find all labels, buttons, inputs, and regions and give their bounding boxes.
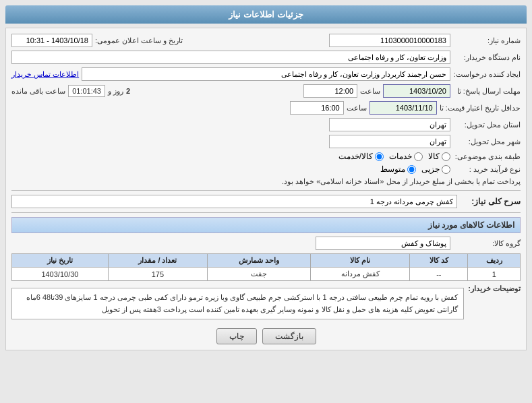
content-area: شماره نیاز: تاریخ و ساعت اعلان عمومی: نا… xyxy=(5,28,527,350)
radio-motavaset-label: متوسط xyxy=(380,164,405,174)
rooz-value: 2 xyxy=(126,87,130,95)
nam-dastgah-label: نام دستگاه خریدار: xyxy=(453,53,521,62)
kala-table: ردیف کد کالا نام کالا واحد شمارش تعداد /… xyxy=(11,253,521,281)
mohlat-row: مهلت ارسال پاسخ: تا ساعت 2 روز و 01:01:4… xyxy=(11,84,521,98)
mohlat-time-input[interactable] xyxy=(303,84,357,98)
radio-khadamat[interactable] xyxy=(414,152,423,161)
radio-kala-item[interactable]: کالا xyxy=(428,152,450,161)
hadaqal-row: حداقل تاریخ اعتبار قیمت: تا ساعت xyxy=(11,101,521,115)
col-radif: ردیف xyxy=(468,254,521,268)
radio-jozi-item[interactable]: جزیی xyxy=(421,164,450,174)
print-button[interactable]: چاپ xyxy=(216,328,257,344)
table-row: 1 -- کفش مردانه جفت 175 1403/10/30 xyxy=(12,268,521,281)
separator-1 xyxy=(11,190,521,191)
nam-dastgah-row: نام دستگاه خریدار: xyxy=(11,51,521,64)
radio-motavaset-item[interactable]: متوسط xyxy=(380,164,416,174)
tarikh-input[interactable] xyxy=(11,34,92,47)
cell-tarikh: 1403/10/30 xyxy=(12,268,109,281)
table-header-row: ردیف کد کالا نام کالا واحد شمارش تعداد /… xyxy=(12,254,521,268)
nam-dastgah-input[interactable] xyxy=(11,51,450,64)
tabaqe-label: طبقه بندی موضوعی: xyxy=(453,152,521,161)
description-row: توضیحات خریدار: کفش با رویه تمام چرم طبی… xyxy=(11,284,521,323)
kala-table-container: ردیف کد کالا نام کالا واحد شمارش تعداد /… xyxy=(11,253,521,281)
hadaqal-label: حداقل تاریخ اعتبار قیمت: تا xyxy=(440,104,521,113)
shomara-niaz-label: شماره نیاز: xyxy=(453,36,521,45)
radio-jozi[interactable] xyxy=(442,165,450,174)
tabaqe-row: طبقه بندی موضوعی: کالا خدمات کالا/خدمت xyxy=(11,152,521,161)
radio-motavaset[interactable] xyxy=(407,165,416,174)
group-kala-label: گروه کالا: xyxy=(453,239,521,248)
col-tarikh: تاریخ نیاز xyxy=(12,254,109,268)
col-code: کد کالا xyxy=(410,254,468,268)
tabaqe-radio-group: کالا خدمات کالا/خدمت xyxy=(338,152,450,161)
tarikh-label: تاریخ و ساعت اعلان عمومی: xyxy=(95,36,183,45)
col-name: نام کالا xyxy=(311,254,410,268)
note-row: پرداخت تمام یا بخشی از مبلغ خریدار از مح… xyxy=(11,177,521,186)
rooz-label: روز و xyxy=(108,87,123,96)
separator-2 xyxy=(11,212,521,213)
mohlat-label: مهلت ارسال پاسخ: تا xyxy=(453,87,521,96)
section-kala-title: اطلاعات کالاهای مورد نیاز xyxy=(11,217,521,233)
kala-table-body: 1 -- کفش مردانه جفت 175 1403/10/30 xyxy=(12,268,521,281)
description-label: توضیحات خریدار: xyxy=(467,284,521,293)
shahr-row: شهر محل تحویل: xyxy=(11,135,521,148)
main-container: جزئیات اطلاعات نیاز شماره نیاز: تاریخ و … xyxy=(0,0,532,356)
radio-kala-khadamat-label: کالا/خدمت xyxy=(338,152,373,161)
etelaaat-tamas-link[interactable]: اطلاعات تماس خریدار xyxy=(11,70,79,79)
sarh-kolli-row: سرح کلی نیاز: xyxy=(11,195,521,208)
cell-radif: 1 xyxy=(468,268,521,281)
baqi-timer: 01:01:43 xyxy=(68,85,105,97)
group-kala-row: گروه کالا: xyxy=(11,237,521,250)
sarh-kolli-label: سرح کلی نیاز: xyxy=(460,197,521,206)
ijad-konande-input[interactable] xyxy=(82,67,450,81)
hadaqal-time-label: ساعت xyxy=(347,104,367,113)
radio-kala-khadamat[interactable] xyxy=(375,152,384,161)
col-vahed: واحد شمارش xyxy=(208,254,311,268)
description-box: کفش با رویه تمام چرم طبیعی سافتی درجه 1 … xyxy=(11,288,464,319)
shahr-label: شهر محل تحویل: xyxy=(453,137,521,146)
nooa-farayand-row: نوع فرآیند خرید : جزیی متوسط xyxy=(11,164,521,174)
cell-tedad: 175 xyxy=(108,268,207,281)
ostan-input[interactable] xyxy=(329,118,450,131)
radio-khadamat-label: خدمات xyxy=(389,152,412,161)
shomara-niaz-input[interactable] xyxy=(329,34,450,47)
button-row: بازگشت چاپ xyxy=(11,328,521,344)
shahr-input[interactable] xyxy=(329,135,450,148)
cell-code: -- xyxy=(410,268,468,281)
mohlat-time-label: ساعت xyxy=(360,87,380,96)
ijad-konande-label: ایجاد کننده درخواست: xyxy=(453,70,521,79)
nooa-radio-group: جزیی متوسط xyxy=(380,164,450,174)
ostan-row: استان محل تحویل: xyxy=(11,118,521,131)
sarh-kolli-input[interactable] xyxy=(11,195,457,208)
ijad-konande-row: ایجاد کننده درخواست: اطلاعات تماس خریدار xyxy=(11,67,521,81)
hadaqal-time-input[interactable] xyxy=(290,101,344,115)
radio-kala[interactable] xyxy=(442,152,450,161)
shomara-niaz-row: شماره نیاز: تاریخ و ساعت اعلان عمومی: xyxy=(11,34,521,47)
cell-vahed: جفت xyxy=(208,268,311,281)
radio-jozi-label: جزیی xyxy=(421,164,440,174)
page-title: جزئیات اطلاعات نیاز xyxy=(229,9,303,20)
nooa-farayand-label: نوع فرآیند خرید : xyxy=(453,165,521,174)
radio-kala-khadamat-item[interactable]: کالا/خدمت xyxy=(338,152,384,161)
note-text: پرداخت تمام یا بخشی از مبلغ خریدار از مح… xyxy=(282,177,521,186)
back-button[interactable]: بازگشت xyxy=(262,328,316,344)
radio-kala-label: کالا xyxy=(428,152,440,161)
ostan-label: استان محل تحویل: xyxy=(453,121,521,129)
page-header: جزئیات اطلاعات نیاز xyxy=(5,5,527,24)
baqi-label: ساعت باقی مانده xyxy=(11,87,65,96)
col-tedad: تعداد / مقدار xyxy=(108,254,207,268)
group-kala-input[interactable] xyxy=(316,237,450,250)
hadaqal-date-input[interactable] xyxy=(370,101,437,115)
cell-name: کفش مردانه xyxy=(311,268,410,281)
radio-khadamat-item[interactable]: خدمات xyxy=(389,152,423,161)
mohlat-date-input[interactable] xyxy=(383,84,450,98)
